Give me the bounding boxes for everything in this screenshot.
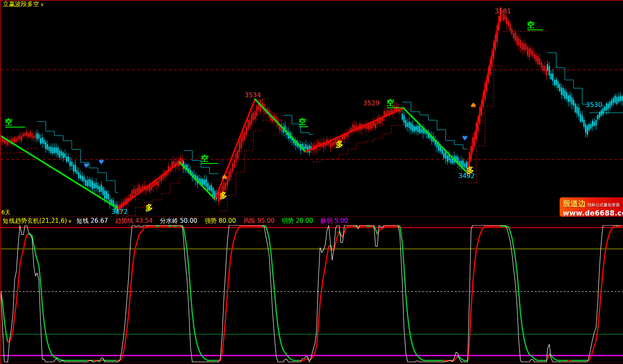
indicator-param-弱势: 弱势 20.00	[282, 217, 313, 224]
sell-heart-icon: ♥	[462, 135, 468, 142]
price-label: 3529	[363, 100, 380, 107]
watermark-tagline: 指标公式量化资源	[587, 202, 620, 208]
short-signal-underline	[387, 107, 404, 108]
short-signal-underline	[299, 126, 308, 127]
indicator-param-bar: 短线趋势玄机(21,21,6)∨ 短线 26.67趋势线 43.54分水岭 50…	[0, 216, 623, 225]
sub-indicator-selector[interactable]: 短线趋势玄机(21,21,6)∨	[3, 217, 72, 225]
indicator-param-极弱: 极弱 5.00	[320, 217, 348, 224]
indicator-param-风险: 风险 95.00	[243, 217, 275, 224]
indicator-param-趋势线: 趋势线 43.54	[115, 217, 153, 224]
trading-app-window: 立赢波段多空∨ 6天 短线趋势玄机(21,21,6)∨ 短线 26.67趋势线 …	[0, 0, 623, 364]
period-label: 6天	[1, 209, 10, 215]
short-signal-underline	[527, 29, 543, 30]
price-label: 3534	[245, 92, 261, 98]
watermark-url: www.de6688.com	[563, 209, 621, 217]
long-signal-label: 多	[336, 140, 343, 148]
indicator-params: 短线 26.67趋势线 43.54分水岭 50.00强势 80.00风险 95.…	[77, 217, 355, 225]
price-label: 3530	[586, 102, 602, 108]
indicator-param-分水岭: 分水岭 50.00	[160, 217, 197, 224]
buy-heart-icon: ♥	[470, 101, 476, 108]
chart-canvas[interactable]	[0, 0, 623, 364]
buy-heart-icon: ♥	[222, 173, 227, 180]
price-label: 3472	[111, 209, 128, 215]
indicator-param-强势: 强势 80.00	[205, 217, 236, 224]
short-signal-label: 空	[299, 118, 306, 126]
indicator-param-短线: 短线 26.67	[77, 217, 108, 224]
price-label: 3581	[495, 8, 511, 15]
sub-indicator-name: 短线趋势玄机(21,21,6)	[3, 217, 67, 224]
short-signal-label: 空	[527, 21, 535, 29]
short-signal-label: 空	[201, 155, 209, 162]
long-signal-label: 多	[466, 166, 474, 174]
long-signal-label: 多	[145, 204, 153, 211]
sell-heart-icon: ♥	[84, 163, 89, 169]
short-signal-underline	[201, 163, 218, 164]
short-signal-label: 空	[5, 118, 13, 126]
short-signal-label: 空	[387, 99, 394, 107]
chevron-down-icon: ∨	[40, 2, 44, 7]
watermark: 股道边 指标公式量化资源 www.de6688.com	[560, 197, 623, 217]
main-indicator-selector[interactable]: 立赢波段多空∨	[3, 1, 44, 7]
short-signal-underline	[5, 127, 25, 128]
main-indicator-name: 立赢波段多空	[3, 0, 39, 8]
long-signal-label: 多	[220, 192, 227, 199]
sell-heart-icon: ♥	[98, 159, 104, 165]
watermark-brand: 股道边	[563, 199, 586, 209]
chevron-down-icon: ∨	[68, 218, 72, 224]
